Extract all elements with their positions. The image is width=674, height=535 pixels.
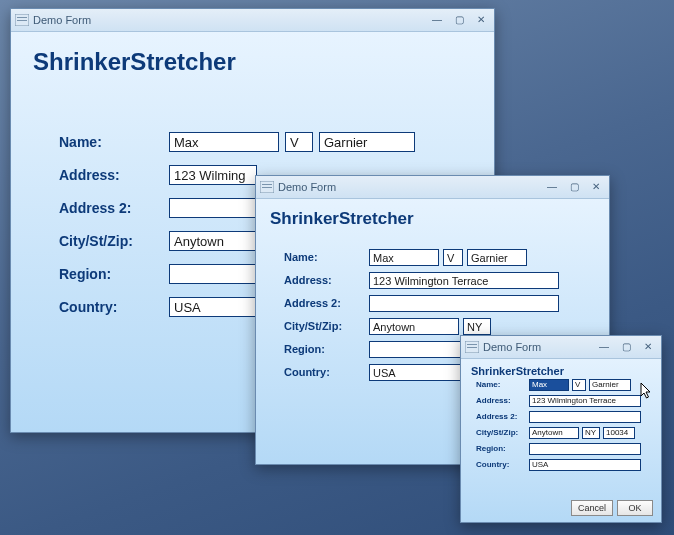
middle-initial-field[interactable]: V [572,379,586,391]
minimize-button[interactable]: — [545,181,559,193]
label-csz: City/St/Zip: [284,320,369,332]
label-csz: City/St/Zip: [59,233,169,249]
cancel-button[interactable]: Cancel [571,500,613,516]
label-address: Address: [284,274,369,286]
desktop-background: Demo Form — ▢ ✕ ShrinkerStretcher Name: … [0,0,674,535]
app-title: ShrinkerStretcher [270,209,609,229]
address2-field[interactable] [369,295,559,312]
form-icon [260,181,274,193]
maximize-button[interactable]: ▢ [567,181,581,193]
address-field[interactable]: 123 Wilmington Terrace [369,272,559,289]
label-region: Region: [59,266,169,282]
maximize-button[interactable]: ▢ [452,14,466,26]
label-country: Country: [476,460,529,469]
svg-rect-7 [467,344,477,345]
svg-rect-8 [467,347,477,348]
minimize-button[interactable]: — [430,14,444,26]
label-address: Address: [476,396,529,405]
region-field[interactable] [169,264,257,284]
label-address2: Address 2: [476,412,529,421]
city-field[interactable]: Anytown [369,318,459,335]
middle-initial-field[interactable]: V [443,249,463,266]
close-button[interactable]: ✕ [589,181,603,193]
region-field[interactable] [529,443,641,455]
last-name-field[interactable]: Garnier [467,249,527,266]
first-name-field[interactable]: Max [369,249,439,266]
ok-button[interactable]: OK [617,500,653,516]
app-title: ShrinkerStretcher [471,365,661,377]
titlebar[interactable]: Demo Form — ▢ ✕ [256,176,609,199]
first-name-field[interactable]: Max [529,379,569,391]
city-field[interactable]: Anytown [529,427,579,439]
titlebar[interactable]: Demo Form — ▢ ✕ [461,336,661,359]
label-name: Name: [59,134,169,150]
close-button[interactable]: ✕ [474,14,488,26]
address2-field[interactable] [169,198,257,218]
label-name: Name: [284,251,369,263]
svg-rect-2 [17,20,27,21]
label-address2: Address 2: [284,297,369,309]
country-field[interactable]: USA [169,297,257,317]
label-address: Address: [59,167,169,183]
button-bar: Cancel OK [571,500,653,516]
address-field[interactable]: 123 Wilmington Terrace [529,395,641,407]
label-address2: Address 2: [59,200,169,216]
address-field[interactable]: 123 Wilming [169,165,257,185]
maximize-button[interactable]: ▢ [619,341,633,353]
minimize-button[interactable]: — [597,341,611,353]
first-name-field[interactable]: Max [169,132,279,152]
form-icon [465,341,479,353]
state-field[interactable]: NY [582,427,600,439]
label-csz: City/St/Zip: [476,428,529,437]
zip-field[interactable]: 10034 [603,427,635,439]
state-field[interactable]: NY [463,318,491,335]
demo-form-window-small: Demo Form — ▢ ✕ ShrinkerStretcher Name: … [460,335,662,523]
country-field[interactable]: USA [529,459,641,471]
label-region: Region: [284,343,369,355]
svg-rect-4 [262,184,272,185]
close-button[interactable]: ✕ [641,341,655,353]
form-area: Name: Max V Garnier Address: 123 Wilming… [476,378,656,474]
last-name-field[interactable]: Garnier [319,132,415,152]
city-field[interactable]: Anytown [169,231,257,251]
svg-rect-1 [17,17,27,18]
label-country: Country: [59,299,169,315]
window-title: Demo Form [483,341,541,353]
titlebar[interactable]: Demo Form — ▢ ✕ [11,9,494,32]
middle-initial-field[interactable]: V [285,132,313,152]
form-icon [15,14,29,26]
label-region: Region: [476,444,529,453]
app-title: ShrinkerStretcher [33,48,494,76]
label-name: Name: [476,380,529,389]
svg-rect-5 [262,187,272,188]
address2-field[interactable] [529,411,641,423]
window-title: Demo Form [278,181,336,193]
label-country: Country: [284,366,369,378]
last-name-field[interactable]: Garnier [589,379,631,391]
window-title: Demo Form [33,14,91,26]
